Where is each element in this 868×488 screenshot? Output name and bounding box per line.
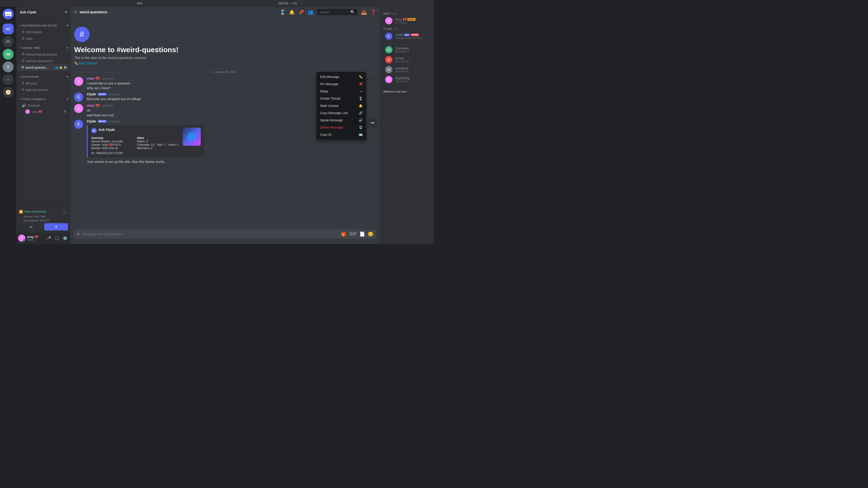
- edit-channel-label: Edit Channel: [79, 61, 97, 65]
- server-icon-4[interactable]: S: [3, 61, 13, 72]
- message-input-box: + 🎁 GIF 📄 😊: [74, 229, 376, 238]
- add-channel-button[interactable]: +: [66, 74, 69, 79]
- add-channel-button[interactable]: +: [66, 97, 69, 101]
- channel-item-culinary[interactable]: # culinary-questions: [18, 58, 69, 64]
- embed-body: AC Ask Clyde Overview Server Region: us-…: [91, 128, 179, 155]
- server-header[interactable]: Ask Clyde ▾: [16, 7, 70, 18]
- disconnect-voice-button[interactable]: 📞: [63, 209, 68, 214]
- channel-header-name: weird-questions: [80, 10, 107, 14]
- ctx-speak-message[interactable]: Speak Message 🔊: [318, 117, 364, 124]
- add-channel-button[interactable]: +: [66, 23, 69, 28]
- voice-user-vozy[interactable]: v vozy 🎀 🎙: [18, 108, 69, 115]
- member-info-cleridwen: Cleridwen PlanetSide 2...: [395, 46, 429, 53]
- member-info-vozy: vozy 🎀 Owner In a Voice...: [395, 18, 429, 24]
- add-channel-button[interactable]: +: [66, 45, 69, 50]
- category-information-and-rules[interactable]: ▾ Information and Rules +: [16, 20, 70, 29]
- channel-name: weird-questio...: [25, 66, 49, 69]
- avatar-vozy-1: v: [74, 77, 83, 86]
- message-input[interactable]: [83, 229, 338, 238]
- screen-share-button[interactable]: 🖥: [44, 223, 68, 230]
- sticker-icon[interactable]: 📄: [360, 231, 365, 237]
- avatar-clyde-2: C: [74, 120, 83, 129]
- embed-server-region-label: Server Region:: [91, 140, 111, 143]
- thread-icon[interactable]: 🧵: [280, 9, 285, 15]
- pin-icon[interactable]: 📌: [298, 9, 304, 15]
- mute-button[interactable]: 🎤: [45, 234, 53, 242]
- ctx-copy-link[interactable]: Copy Message Link 🔗: [318, 109, 364, 117]
- ctx-pin-message[interactable]: Pin Message 📌: [318, 80, 364, 88]
- ctx-edit-message[interactable]: Edit Message ✏️: [318, 73, 364, 80]
- channel-icons: 👥 🔔 ⚙️: [55, 66, 67, 69]
- message-author-2[interactable]: Clyde: [87, 92, 96, 96]
- members-icon[interactable]: 👥: [308, 9, 313, 15]
- embed-overview-label: Overview: [91, 136, 133, 140]
- message-author-1[interactable]: vozy 🎀: [87, 76, 100, 80]
- welcome-desc: This is the start of the #weird-question…: [74, 56, 376, 60]
- server-icon-ask-clyde[interactable]: AC: [3, 24, 13, 34]
- message-author-4[interactable]: Clyde: [87, 119, 96, 123]
- gift-icon[interactable]: 🎁: [341, 231, 346, 237]
- category-asking-time[interactable]: ▾ Asking Time! +: [16, 42, 70, 51]
- ctx-delete-message[interactable]: Delete Message 🗑️: [318, 124, 364, 131]
- ellipsis-icon: •••: [371, 121, 375, 125]
- member-name-dexxy: Dexxy: [395, 57, 429, 60]
- voice-channel-general[interactable]: 🔊 General: [18, 102, 69, 108]
- member-item-cleridwen[interactable]: Cl Cleridwen PlanetSide 2...: [381, 45, 432, 55]
- member-item-clyde[interactable]: C Clyde BOT Admin Playing arcane.bot 255…: [381, 31, 432, 41]
- member-item-dexxy[interactable]: D Dexxy YouTube Mu...: [381, 55, 432, 65]
- emoji-icon[interactable]: 😊: [368, 231, 373, 237]
- message-author-3[interactable]: vozy 🎀: [87, 103, 100, 107]
- member-avatar-grandma: G: [385, 66, 393, 73]
- voice-elapsed: Time elapsed: 00:01:27: [19, 219, 68, 222]
- more-options-button[interactable]: •••: [369, 119, 376, 127]
- channel-item-extesential[interactable]: # extesential-questions: [18, 51, 69, 58]
- ctx-reply[interactable]: Reply ↩: [318, 88, 364, 95]
- member-item-exploding[interactable]: E ExplOding Call of Duty...: [381, 74, 432, 85]
- message-input-area: + 🎁 GIF 📄 😊: [70, 229, 380, 244]
- user-settings-button[interactable]: ⚙️: [61, 234, 69, 242]
- gif-icon[interactable]: GIF: [349, 231, 357, 236]
- notification-bell-icon[interactable]: 🔔: [289, 9, 295, 15]
- search-bar[interactable]: 🔍: [317, 9, 358, 15]
- help-icon[interactable]: ❓: [370, 9, 376, 15]
- link-icon: 🔗: [359, 111, 363, 115]
- ctx-create-thread[interactable]: Create Thread 🧵: [318, 95, 364, 102]
- category-arrow-icon: ▾: [20, 75, 21, 78]
- mic-icon: 🎙: [64, 110, 67, 113]
- member-item-grandma[interactable]: G Grandma Your Favorit...: [381, 65, 432, 74]
- channel-name: extesential-questions: [25, 53, 57, 56]
- explore-servers-button[interactable]: 🧭: [3, 87, 13, 98]
- edit-channel-link[interactable]: ✏️ Edit Channel: [74, 61, 376, 65]
- server-icon-3[interactable]: AB: [3, 49, 13, 60]
- channel-item-information[interactable]: # information: [18, 29, 69, 35]
- member-item-vozy[interactable]: v vozy 🎀 Owner In a Voice...: [381, 16, 432, 26]
- voice-connected-bar: 📶 Voice Connected 📞 General / Ask Clyde …: [16, 207, 70, 232]
- speaker-icon: 🔊: [359, 119, 363, 122]
- channel-item-high-iq-memes[interactable]: # high-iq-memes: [18, 87, 69, 93]
- channel-item-rules[interactable]: # rules: [18, 35, 69, 42]
- channel-name: culinary-questions: [25, 59, 53, 63]
- channel-item-off-topic[interactable]: # off-topic: [18, 80, 69, 87]
- ctx-delete-label: Delete Message: [320, 126, 343, 129]
- nitro-label: Nitro: [137, 2, 143, 5]
- embed-channels-label: Channels:: [137, 143, 150, 147]
- ctx-copy-id[interactable]: Copy ID 🪪: [318, 131, 364, 138]
- member-avatar-vozy: v: [385, 17, 393, 24]
- discord-home-button[interactable]: [3, 8, 13, 20]
- add-server-button[interactable]: +: [3, 74, 13, 85]
- channel-item-weird-questions[interactable]: # weird-questio... 👥 🔔 ⚙️: [18, 64, 69, 71]
- member-info-dexxy: Dexxy YouTube Mu...: [395, 57, 429, 63]
- search-input[interactable]: [320, 10, 348, 14]
- category-voice-channels[interactable]: ▾ Voice Channels +: [16, 93, 70, 102]
- add-attachment-button[interactable]: +: [77, 231, 80, 237]
- server-icon-2[interactable]: 🎮: [3, 36, 13, 47]
- category-label: Information and Rules: [22, 24, 57, 27]
- embed-members-value: 2: [151, 147, 152, 150]
- ctx-mark-unread[interactable]: Mark Unread 🔔: [318, 102, 364, 109]
- video-button[interactable]: 📹: [19, 223, 42, 230]
- owner-badge: Owner: [407, 18, 415, 21]
- inbox-icon[interactable]: 📥: [361, 9, 367, 15]
- reply-icon: ↩: [360, 90, 363, 93]
- category-discussion[interactable]: ▾ Discussion +: [16, 71, 70, 80]
- deafen-button[interactable]: 🎧: [53, 234, 61, 242]
